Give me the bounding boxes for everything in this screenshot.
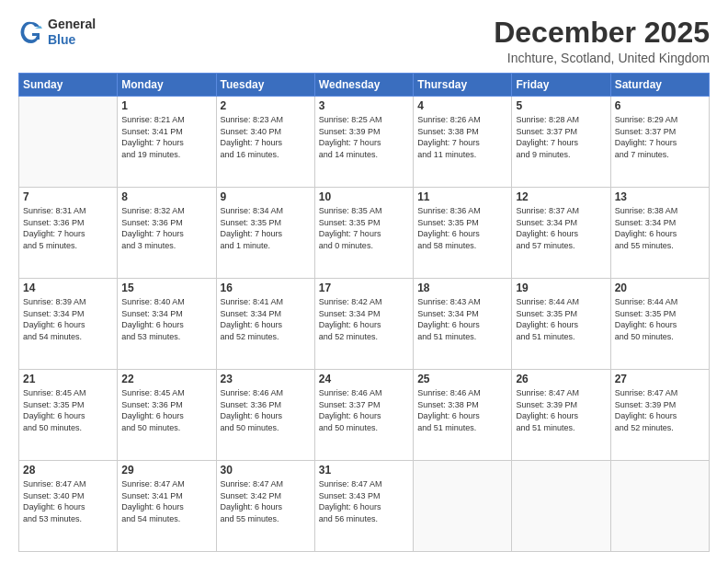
calendar-cell: 19Sunrise: 8:44 AM Sunset: 3:35 PM Dayli… — [512, 279, 610, 370]
calendar-cell: 23Sunrise: 8:46 AM Sunset: 3:36 PM Dayli… — [216, 370, 314, 461]
day-number: 25 — [417, 373, 507, 385]
day-info: Sunrise: 8:31 AM Sunset: 3:36 PM Dayligh… — [23, 205, 113, 251]
day-info: Sunrise: 8:32 AM Sunset: 3:36 PM Dayligh… — [121, 205, 211, 251]
day-info: Sunrise: 8:36 AM Sunset: 3:35 PM Dayligh… — [417, 205, 507, 251]
location: Inchture, Scotland, United Kingdom — [494, 51, 710, 65]
day-info: Sunrise: 8:42 AM Sunset: 3:34 PM Dayligh… — [319, 296, 409, 342]
header-row: SundayMondayTuesdayWednesdayThursdayFrid… — [19, 74, 710, 97]
day-number: 2 — [221, 99, 311, 112]
day-number: 6 — [615, 99, 705, 112]
calendar-cell: 21Sunrise: 8:45 AM Sunset: 3:35 PM Dayli… — [19, 370, 118, 461]
calendar-cell: 24Sunrise: 8:46 AM Sunset: 3:37 PM Dayli… — [314, 370, 413, 461]
calendar-cell: 14Sunrise: 8:39 AM Sunset: 3:34 PM Dayli… — [19, 279, 118, 370]
calendar-body: 1Sunrise: 8:21 AM Sunset: 3:41 PM Daylig… — [19, 97, 710, 552]
day-number: 18 — [417, 282, 507, 294]
calendar-cell: 16Sunrise: 8:41 AM Sunset: 3:34 PM Dayli… — [216, 279, 314, 370]
day-of-week-header: Friday — [512, 74, 610, 97]
calendar-cell: 10Sunrise: 8:35 AM Sunset: 3:35 PM Dayli… — [314, 188, 413, 279]
day-number: 12 — [516, 190, 606, 203]
day-info: Sunrise: 8:40 AM Sunset: 3:34 PM Dayligh… — [121, 296, 211, 342]
calendar-cell — [19, 97, 118, 188]
calendar-cell: 31Sunrise: 8:47 AM Sunset: 3:43 PM Dayli… — [314, 461, 413, 552]
calendar-cell: 18Sunrise: 8:43 AM Sunset: 3:34 PM Dayli… — [414, 279, 512, 370]
day-number: 3 — [319, 99, 409, 112]
calendar-cell: 30Sunrise: 8:47 AM Sunset: 3:42 PM Dayli… — [216, 461, 314, 552]
day-info: Sunrise: 8:46 AM Sunset: 3:36 PM Dayligh… — [221, 387, 311, 433]
day-number: 28 — [23, 464, 113, 477]
calendar-cell: 20Sunrise: 8:44 AM Sunset: 3:35 PM Dayli… — [610, 279, 709, 370]
day-info: Sunrise: 8:46 AM Sunset: 3:37 PM Dayligh… — [319, 387, 409, 433]
header: General Blue December 2025 Inchture, Sco… — [18, 17, 710, 65]
day-number: 22 — [121, 373, 211, 385]
day-info: Sunrise: 8:23 AM Sunset: 3:40 PM Dayligh… — [221, 114, 311, 160]
calendar-table: SundayMondayTuesdayWednesdayThursdayFrid… — [18, 73, 710, 552]
day-info: Sunrise: 8:44 AM Sunset: 3:35 PM Dayligh… — [516, 296, 606, 342]
day-info: Sunrise: 8:43 AM Sunset: 3:34 PM Dayligh… — [417, 296, 507, 342]
calendar-cell: 28Sunrise: 8:47 AM Sunset: 3:40 PM Dayli… — [19, 461, 118, 552]
calendar-cell: 11Sunrise: 8:36 AM Sunset: 3:35 PM Dayli… — [414, 188, 512, 279]
day-number: 11 — [417, 190, 507, 203]
day-info: Sunrise: 8:45 AM Sunset: 3:35 PM Dayligh… — [23, 387, 113, 433]
day-of-week-header: Thursday — [414, 74, 512, 97]
day-of-week-header: Tuesday — [216, 74, 314, 97]
day-number: 31 — [319, 464, 409, 477]
day-info: Sunrise: 8:28 AM Sunset: 3:37 PM Dayligh… — [516, 114, 606, 160]
day-info: Sunrise: 8:47 AM Sunset: 3:42 PM Dayligh… — [221, 478, 311, 524]
day-of-week-header: Wednesday — [314, 74, 413, 97]
day-number: 29 — [121, 464, 211, 477]
calendar-week-row: 28Sunrise: 8:47 AM Sunset: 3:40 PM Dayli… — [19, 461, 710, 552]
calendar-cell — [414, 461, 512, 552]
calendar-cell: 3Sunrise: 8:25 AM Sunset: 3:39 PM Daylig… — [314, 97, 413, 188]
day-number: 1 — [121, 99, 211, 112]
day-number: 23 — [221, 373, 311, 385]
day-number: 14 — [23, 282, 113, 294]
calendar-cell — [512, 461, 610, 552]
day-info: Sunrise: 8:47 AM Sunset: 3:40 PM Dayligh… — [23, 478, 113, 524]
month-title: December 2025 — [494, 17, 710, 49]
day-info: Sunrise: 8:25 AM Sunset: 3:39 PM Dayligh… — [319, 114, 409, 160]
day-number: 30 — [221, 464, 311, 477]
day-number: 4 — [417, 99, 507, 112]
day-info: Sunrise: 8:47 AM Sunset: 3:43 PM Dayligh… — [319, 478, 409, 524]
calendar-week-row: 21Sunrise: 8:45 AM Sunset: 3:35 PM Dayli… — [19, 370, 710, 461]
logo: General Blue — [18, 17, 96, 48]
day-info: Sunrise: 8:38 AM Sunset: 3:34 PM Dayligh… — [615, 205, 705, 251]
calendar-cell: 2Sunrise: 8:23 AM Sunset: 3:40 PM Daylig… — [216, 97, 314, 188]
calendar-cell: 4Sunrise: 8:26 AM Sunset: 3:38 PM Daylig… — [414, 97, 512, 188]
calendar-cell: 29Sunrise: 8:47 AM Sunset: 3:41 PM Dayli… — [118, 461, 216, 552]
day-number: 13 — [615, 190, 705, 203]
calendar-cell: 17Sunrise: 8:42 AM Sunset: 3:34 PM Dayli… — [314, 279, 413, 370]
title-block: December 2025 Inchture, Scotland, United… — [494, 17, 710, 65]
day-number: 15 — [121, 282, 211, 294]
day-info: Sunrise: 8:46 AM Sunset: 3:38 PM Dayligh… — [417, 387, 507, 433]
day-info: Sunrise: 8:37 AM Sunset: 3:34 PM Dayligh… — [516, 205, 606, 251]
logo-blue: Blue — [48, 32, 96, 48]
day-number: 26 — [516, 373, 606, 385]
day-info: Sunrise: 8:29 AM Sunset: 3:37 PM Dayligh… — [615, 114, 705, 160]
day-info: Sunrise: 8:35 AM Sunset: 3:35 PM Dayligh… — [319, 205, 409, 251]
calendar-cell: 26Sunrise: 8:47 AM Sunset: 3:39 PM Dayli… — [512, 370, 610, 461]
day-number: 24 — [319, 373, 409, 385]
calendar-cell: 12Sunrise: 8:37 AM Sunset: 3:34 PM Dayli… — [512, 188, 610, 279]
logo-text: General Blue — [48, 17, 96, 48]
calendar-header: SundayMondayTuesdayWednesdayThursdayFrid… — [19, 74, 710, 97]
day-of-week-header: Saturday — [610, 74, 709, 97]
calendar-cell: 13Sunrise: 8:38 AM Sunset: 3:34 PM Dayli… — [610, 188, 709, 279]
calendar-cell: 8Sunrise: 8:32 AM Sunset: 3:36 PM Daylig… — [118, 188, 216, 279]
calendar-cell: 1Sunrise: 8:21 AM Sunset: 3:41 PM Daylig… — [118, 97, 216, 188]
day-number: 21 — [23, 373, 113, 385]
day-number: 17 — [319, 282, 409, 294]
day-number: 7 — [23, 190, 113, 203]
day-info: Sunrise: 8:47 AM Sunset: 3:41 PM Dayligh… — [121, 478, 211, 524]
day-number: 9 — [221, 190, 311, 203]
day-of-week-header: Sunday — [19, 74, 118, 97]
calendar-week-row: 1Sunrise: 8:21 AM Sunset: 3:41 PM Daylig… — [19, 97, 710, 188]
calendar-cell: 25Sunrise: 8:46 AM Sunset: 3:38 PM Dayli… — [414, 370, 512, 461]
day-number: 19 — [516, 282, 606, 294]
logo-icon — [18, 19, 44, 45]
day-info: Sunrise: 8:26 AM Sunset: 3:38 PM Dayligh… — [417, 114, 507, 160]
day-info: Sunrise: 8:34 AM Sunset: 3:35 PM Dayligh… — [221, 205, 311, 251]
day-info: Sunrise: 8:47 AM Sunset: 3:39 PM Dayligh… — [516, 387, 606, 433]
day-number: 20 — [615, 282, 705, 294]
calendar-cell: 5Sunrise: 8:28 AM Sunset: 3:37 PM Daylig… — [512, 97, 610, 188]
